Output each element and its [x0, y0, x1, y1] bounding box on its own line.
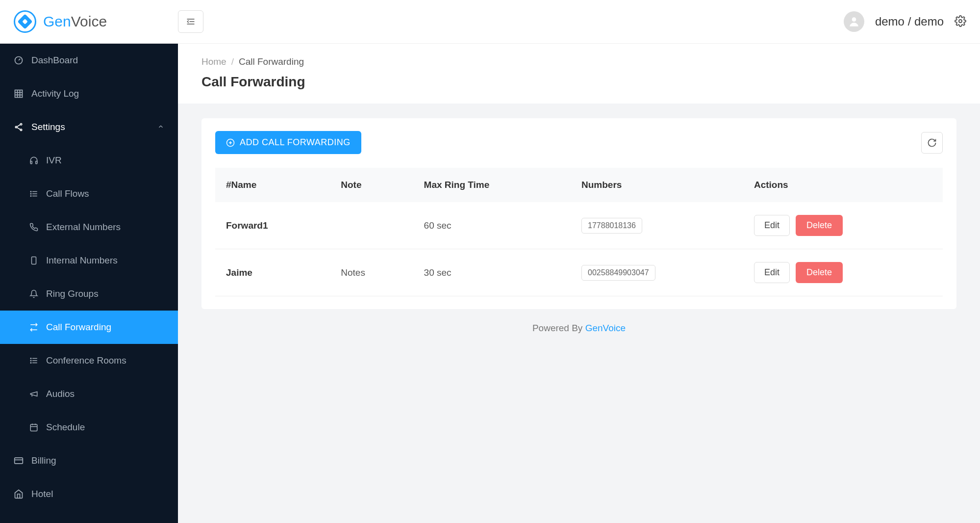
cell-note	[330, 202, 413, 249]
cell-actions: Edit Delete	[743, 249, 943, 296]
svg-rect-16	[30, 161, 32, 164]
sidebar-item-call-forwarding[interactable]: Call Forwarding	[0, 311, 178, 344]
sidebar: DashBoard Activity Log Settings IVR Call…	[0, 44, 178, 523]
sidebar-item-dashboard[interactable]: DashBoard	[0, 44, 178, 77]
page-header: Home / Call Forwarding Call Forwarding	[178, 44, 980, 104]
svg-point-12	[15, 126, 17, 128]
cell-numbers: 17788018136	[571, 202, 743, 249]
footer: Powered By GenVoice	[201, 309, 956, 347]
headphones-icon	[29, 156, 38, 165]
button-label: ADD CALL FORWARDING	[240, 137, 351, 148]
svg-rect-6	[15, 90, 23, 98]
edit-button[interactable]: Edit	[754, 262, 790, 283]
refresh-button[interactable]	[921, 132, 943, 154]
refresh-icon	[927, 138, 937, 148]
settings-button[interactable]	[955, 15, 966, 28]
share-icon	[14, 122, 24, 132]
sidebar-label: Internal Numbers	[46, 255, 118, 266]
bell-icon	[29, 289, 38, 298]
table-row: Forward1 60 sec 17788018136 Edit Delete	[215, 202, 943, 249]
main-content: Home / Call Forwarding Call Forwarding A…	[178, 44, 980, 523]
logo[interactable]: GenVoice	[14, 10, 178, 33]
sidebar-item-audios[interactable]: Audios	[0, 377, 178, 411]
user-label[interactable]: demo / demo	[875, 15, 944, 28]
sidebar-label: Conference Rooms	[46, 355, 126, 366]
svg-rect-38	[15, 458, 23, 464]
user-avatar[interactable]	[844, 11, 864, 32]
sidebar-label: Hotel	[31, 489, 53, 499]
svg-line-15	[17, 128, 21, 130]
page-title: Call Forwarding	[201, 74, 956, 90]
col-header-note: Note	[330, 168, 413, 202]
mobile-icon	[29, 256, 38, 265]
sidebar-item-call-flows[interactable]: Call Flows	[0, 177, 178, 210]
gear-icon	[955, 15, 966, 27]
top-bar: GenVoice demo / demo	[0, 0, 980, 44]
sidebar-label: Call Flows	[46, 188, 89, 199]
grid-icon	[14, 89, 24, 99]
sidebar-item-conference-rooms[interactable]: Conference Rooms	[0, 344, 178, 377]
sidebar-item-settings[interactable]: Settings	[0, 110, 178, 144]
sidebar-label: Ring Groups	[46, 288, 99, 299]
sidebar-item-ring-groups[interactable]: Ring Groups	[0, 277, 178, 311]
sidebar-item-external-numbers[interactable]: External Numbers	[0, 210, 178, 244]
svg-point-22	[30, 193, 31, 194]
svg-point-3	[852, 17, 856, 22]
cell-max-ring: 30 sec	[413, 249, 571, 296]
svg-line-14	[17, 125, 21, 127]
sidebar-toggle-button[interactable]	[178, 10, 203, 33]
number-tag: 17788018136	[581, 218, 642, 234]
megaphone-icon	[29, 390, 38, 398]
sidebar-item-schedule[interactable]: Schedule	[0, 411, 178, 444]
add-call-forwarding-button[interactable]: ADD CALL FORWARDING	[215, 131, 361, 154]
breadcrumb: Home / Call Forwarding	[201, 56, 956, 67]
gauge-icon	[14, 55, 24, 65]
svg-rect-24	[32, 257, 36, 264]
cell-numbers: 00258849903047	[571, 249, 743, 296]
number-tag: 00258849903047	[581, 265, 655, 281]
chevron-up-icon	[157, 123, 164, 130]
swap-icon	[29, 323, 38, 332]
logo-text: GenVoice	[43, 13, 107, 30]
sidebar-item-activity-log[interactable]: Activity Log	[0, 77, 178, 110]
sidebar-label: IVR	[46, 155, 62, 166]
sidebar-item-internal-numbers[interactable]: Internal Numbers	[0, 244, 178, 277]
breadcrumb-current: Call Forwarding	[239, 56, 304, 67]
footer-link[interactable]: GenVoice	[585, 323, 626, 333]
sidebar-item-hotel[interactable]: Hotel	[0, 477, 178, 511]
home-icon	[14, 489, 24, 499]
sidebar-label: External Numbers	[46, 222, 121, 233]
sidebar-item-billing[interactable]: Billing	[0, 444, 178, 477]
edit-button[interactable]: Edit	[754, 215, 790, 236]
plus-circle-icon	[226, 138, 235, 147]
svg-point-21	[30, 191, 31, 192]
sidebar-label: Schedule	[46, 422, 85, 433]
svg-rect-34	[30, 424, 37, 431]
footer-text: Powered By	[532, 323, 585, 333]
col-header-name: #Name	[215, 168, 330, 202]
sidebar-item-ivr[interactable]: IVR	[0, 144, 178, 177]
cell-actions: Edit Delete	[743, 202, 943, 249]
content-card: ADD CALL FORWARDING #Name Note Max Ring …	[201, 118, 956, 309]
breadcrumb-home[interactable]: Home	[201, 56, 226, 67]
breadcrumb-separator: /	[231, 56, 234, 67]
delete-button[interactable]: Delete	[796, 215, 843, 236]
delete-button[interactable]: Delete	[796, 262, 843, 283]
col-header-max-ring: Max Ring Time	[413, 168, 571, 202]
svg-rect-17	[36, 161, 37, 164]
cell-max-ring: 60 sec	[413, 202, 571, 249]
sidebar-label: DashBoard	[31, 55, 78, 66]
svg-point-4	[959, 20, 962, 23]
menu-collapse-icon	[186, 17, 196, 26]
cell-name: Forward1	[215, 202, 330, 249]
svg-point-32	[30, 360, 31, 361]
call-forwarding-table: #Name Note Max Ring Time Numbers Actions…	[215, 168, 943, 296]
cell-name: Jaime	[215, 249, 330, 296]
cell-note: Notes	[330, 249, 413, 296]
phone-icon	[29, 223, 38, 232]
list-icon	[29, 189, 38, 198]
list-icon	[29, 356, 38, 365]
svg-point-31	[30, 358, 31, 359]
svg-point-13	[20, 129, 22, 131]
sidebar-label: Activity Log	[31, 88, 79, 99]
